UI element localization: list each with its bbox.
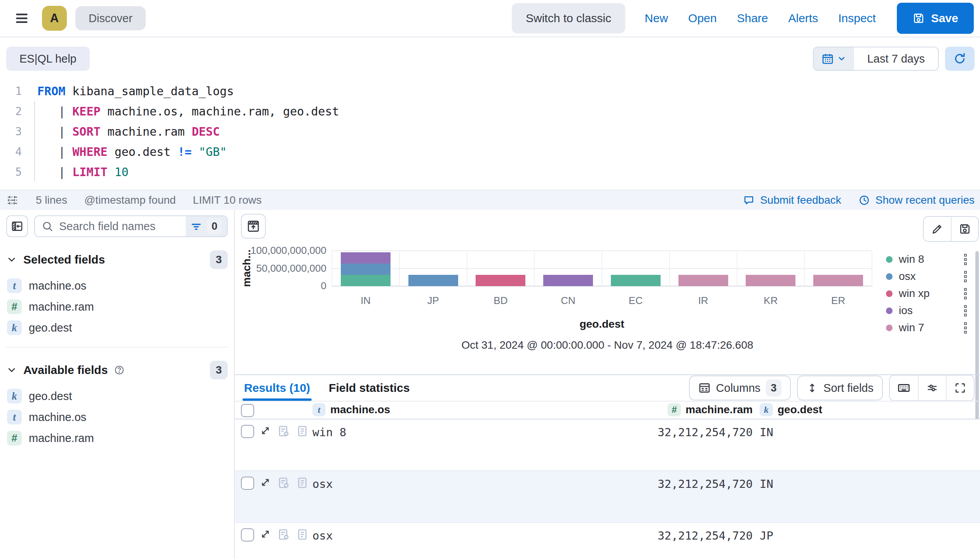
section-title: Available fields [23,363,108,377]
date-picker-menu-button[interactable] [814,47,854,70]
editor-line-3[interactable]: 3 | SORT machine.ram DESC [0,121,980,141]
bar-segment-ios[interactable] [341,252,391,264]
legend-item-win-8[interactable]: win 8 [886,253,968,265]
topbar-link-new[interactable]: New [645,12,668,25]
bar-ir[interactable] [678,275,728,286]
legend-item-menu-icon[interactable] [963,270,968,283]
gridline-x [534,251,535,286]
filter-icon[interactable] [190,220,202,232]
tab-results[interactable]: Results (10) [240,375,314,401]
show-recent-queries-link[interactable]: Show recent queries [858,194,975,206]
edit-visualization-button[interactable] [924,217,951,241]
bar-er[interactable] [813,275,863,286]
bar-cn[interactable] [543,275,593,286]
help-icon[interactable] [114,365,125,376]
breadcrumb[interactable]: Discover [75,6,146,30]
esql-query-editor[interactable]: 1FROM kibana_sample_data_logs2 | KEEP ma… [0,74,980,190]
space-avatar[interactable]: A [42,6,67,31]
bar-bd[interactable] [476,275,525,286]
esql-settings-icon[interactable] [6,194,19,206]
legend-item-menu-icon[interactable] [963,287,968,300]
degraded-doc-icon[interactable] [277,477,290,489]
bar-segment-win-8[interactable] [611,275,661,286]
field-search-box[interactable]: Search field names 0 [34,215,228,237]
legend-item-menu-icon[interactable] [963,304,968,317]
legend-item-ios[interactable]: ios [886,305,968,316]
save-button[interactable]: Save [897,3,974,34]
bar-segment-ios[interactable] [543,275,593,286]
bar-segment-win-xp[interactable] [476,275,525,286]
bar-jp[interactable] [408,275,458,286]
legend-item-menu-icon[interactable] [963,253,968,266]
column-header-geo-dest[interactable]: kgeo.dest [760,403,822,416]
legend-item-win-7[interactable]: win 7 [886,322,968,334]
time-range-button[interactable]: Last 7 days [854,47,938,70]
view-document-icon[interactable] [296,477,309,489]
sliders-icon [926,382,938,394]
toggle-chart-button[interactable] [241,214,266,239]
bar-segment-osx[interactable] [341,264,391,275]
bar-segment-win-7[interactable] [813,275,863,286]
sort-fields-button[interactable]: Sort fields [797,376,883,400]
legend-item-menu-icon[interactable] [963,321,968,334]
fullscreen-button[interactable] [946,376,974,400]
editor-line-2[interactable]: 2 | KEEP machine.os, machine.ram, geo.de… [0,101,980,121]
editor-line-4[interactable]: 4 | WHERE geo.dest != "GB" [0,141,980,162]
bar-in[interactable] [341,252,391,286]
legend-item-win-xp[interactable]: win xp [886,288,968,299]
bar-segment-osx[interactable] [408,275,458,286]
fields-sidebar: Search field names 0 Selected fields3tma… [0,210,235,559]
editor-line-1[interactable]: 1FROM kibana_sample_data_logs [0,81,980,101]
hamburger-menu-button[interactable] [12,9,32,27]
field-item-geo-dest[interactable]: kgeo.dest [6,317,228,338]
topbar-link-share[interactable]: Share [737,12,768,25]
expand-row-icon[interactable] [260,477,271,488]
bar-kr[interactable] [746,275,795,286]
bar-segment-win-7[interactable] [678,275,728,286]
bar-segment-win-7[interactable] [746,275,795,286]
field-item-machine-ram[interactable]: #machine.ram [6,296,228,317]
expand-row-icon[interactable] [260,528,271,540]
degraded-doc-icon[interactable] [277,528,290,541]
switch-to-classic-button[interactable]: Switch to classic [512,3,625,33]
esql-help-button[interactable]: ES|QL help [6,47,90,71]
row-checkbox[interactable] [241,425,254,438]
gridline-x [331,251,332,286]
clock-history-icon [858,194,870,206]
refresh-query-button[interactable] [945,47,975,71]
tab-field-statistics[interactable]: Field statistics [325,375,413,401]
topbar-link-alerts[interactable]: Alerts [788,12,818,25]
expand-row-icon[interactable] [260,425,271,437]
keyboard-shortcuts-button[interactable] [890,376,918,400]
editor-line-5[interactable]: 5 | LIMIT 10 [0,162,980,182]
section-header-selected-fields[interactable]: Selected fields3 [6,250,228,269]
row-checkbox[interactable] [241,477,254,490]
display-options-button[interactable] [918,376,946,400]
bar-segment-win-8[interactable] [341,275,391,286]
section-header-available-fields[interactable]: Available fields3 [6,361,228,379]
view-document-icon[interactable] [296,425,309,437]
view-document-icon[interactable] [296,528,309,541]
field-item-geo-dest[interactable]: kgeo.dest [6,386,228,407]
field-item-machine-os[interactable]: tmachine.os [6,407,228,428]
select-all-checkbox[interactable] [241,404,254,417]
legend-item-osx[interactable]: osx [886,271,968,282]
columns-button[interactable]: Columns 3 [689,376,791,400]
x-tick-label-kr: KR [737,295,805,307]
field-item-machine-os[interactable]: tmachine.os [6,275,228,296]
row-checkbox[interactable] [241,528,254,542]
topbar-link-open[interactable]: Open [688,12,717,25]
bar-ec[interactable] [611,275,661,286]
columns-count-badge: 3 [766,379,781,397]
columns-table-icon [698,382,711,394]
submit-feedback-link[interactable]: Submit feedback [743,194,841,206]
column-header-machine-ram[interactable]: #machine.ram [662,403,753,416]
bar-chart-plot[interactable] [332,251,872,286]
collapse-sidebar-button[interactable] [6,215,28,237]
save-visualization-button[interactable] [951,217,978,241]
topbar-link-inspect[interactable]: Inspect [838,12,876,25]
field-item-machine-ram[interactable]: #machine.ram [6,428,228,449]
column-header-machine-os[interactable]: tmachine.os [312,403,390,416]
degraded-doc-icon[interactable] [277,425,290,437]
legend-label: ios [899,304,913,317]
